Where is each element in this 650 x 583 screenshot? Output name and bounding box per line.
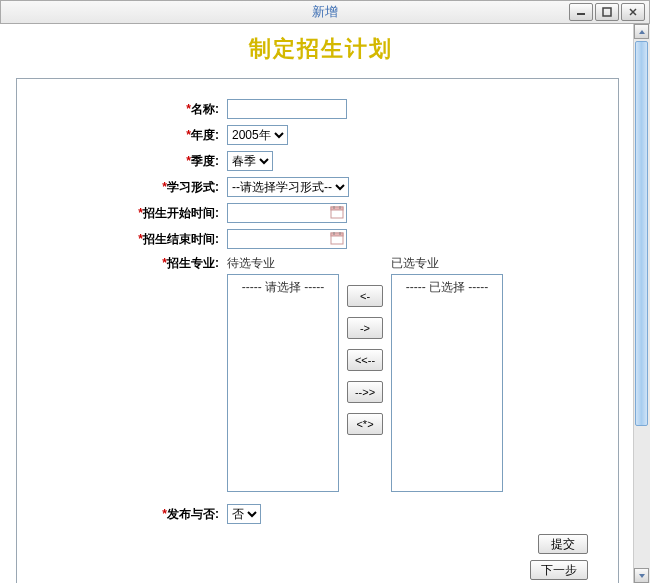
row-publish: *发布与否: 否 <box>37 504 588 524</box>
add-button[interactable]: <- <box>347 285 383 307</box>
next-button[interactable]: 下一步 <box>530 560 588 580</box>
label-end-date: *招生结束时间: <box>37 231 227 248</box>
label-majors: *招生专业: <box>37 255 227 272</box>
minimize-button[interactable] <box>569 3 593 21</box>
publish-select[interactable]: 否 <box>227 504 261 524</box>
year-select[interactable]: 2005年 <box>227 125 288 145</box>
label-publish: *发布与否: <box>37 506 227 523</box>
title-bar: 新增 <box>0 0 650 24</box>
row-quarter: *季度: 春季 <box>37 151 588 171</box>
maximize-icon <box>602 7 612 17</box>
scroll-thumb[interactable] <box>635 41 648 426</box>
calendar-icon[interactable] <box>330 205 344 219</box>
next-row: 下一步 <box>37 560 588 580</box>
row-majors: *招生专业: 待选专业 ----- 请选择 ----- <- -> <<-- <box>37 255 588 492</box>
label-study-mode: *学习形式: <box>37 179 227 196</box>
submit-button[interactable]: 提交 <box>538 534 588 554</box>
scrollbar[interactable] <box>633 24 650 583</box>
available-header: 待选专业 <box>227 255 339 272</box>
available-group: 待选专业 ----- 请选择 ----- <box>227 255 339 492</box>
submit-row: 提交 <box>37 534 588 554</box>
swap-button[interactable]: <*> <box>347 413 383 435</box>
selected-group: 已选专业 ----- 已选择 ----- <box>391 255 503 492</box>
dual-listbox: 待选专业 ----- 请选择 ----- <- -> <<-- -->> <*> <box>227 255 503 492</box>
row-study-mode: *学习形式: --请选择学习形式-- <box>37 177 588 197</box>
page-title: 制定招生计划 <box>16 34 625 64</box>
close-icon <box>628 7 638 17</box>
available-listbox[interactable]: ----- 请选择 ----- <box>227 274 339 492</box>
available-placeholder: ----- 请选择 ----- <box>230 277 336 296</box>
row-start-date: *招生开始时间: <box>37 203 588 223</box>
scroll-down-button[interactable] <box>634 568 649 583</box>
svg-rect-1 <box>603 8 611 16</box>
label-name: *名称: <box>37 101 227 118</box>
selected-header: 已选专业 <box>391 255 503 272</box>
chevron-up-icon <box>638 29 646 35</box>
svg-rect-9 <box>331 233 343 236</box>
selected-listbox[interactable]: ----- 已选择 ----- <box>391 274 503 492</box>
svg-rect-5 <box>331 207 343 210</box>
calendar-icon[interactable] <box>330 231 344 245</box>
label-quarter: *季度: <box>37 153 227 170</box>
content-pane: 制定招生计划 *名称: *年度: 2005年 *季度: <box>0 24 633 583</box>
selected-placeholder: ----- 已选择 ----- <box>394 277 500 296</box>
svg-marker-13 <box>639 574 645 578</box>
quarter-select[interactable]: 春季 <box>227 151 273 171</box>
remove-all-button[interactable]: -->> <box>347 381 383 403</box>
label-year: *年度: <box>37 127 227 144</box>
chevron-down-icon <box>638 573 646 579</box>
row-end-date: *招生结束时间: <box>37 229 588 249</box>
window-title: 新增 <box>1 3 649 21</box>
svg-marker-12 <box>639 30 645 34</box>
row-name: *名称: <box>37 99 588 119</box>
study-mode-select[interactable]: --请选择学习形式-- <box>227 177 349 197</box>
scroll-up-button[interactable] <box>634 24 649 39</box>
name-input[interactable] <box>227 99 347 119</box>
close-button[interactable] <box>621 3 645 21</box>
transfer-buttons: <- -> <<-- -->> <*> <box>347 255 383 492</box>
start-date-input[interactable] <box>227 203 347 223</box>
minimize-icon <box>576 7 586 17</box>
maximize-button[interactable] <box>595 3 619 21</box>
window-controls <box>569 3 645 21</box>
row-year: *年度: 2005年 <box>37 125 588 145</box>
label-start-date: *招生开始时间: <box>37 205 227 222</box>
main-area: 制定招生计划 *名称: *年度: 2005年 *季度: <box>0 24 650 583</box>
end-date-input[interactable] <box>227 229 347 249</box>
add-all-button[interactable]: <<-- <box>347 349 383 371</box>
form-frame: *名称: *年度: 2005年 *季度: 春季 <box>16 78 619 583</box>
remove-button[interactable]: -> <box>347 317 383 339</box>
